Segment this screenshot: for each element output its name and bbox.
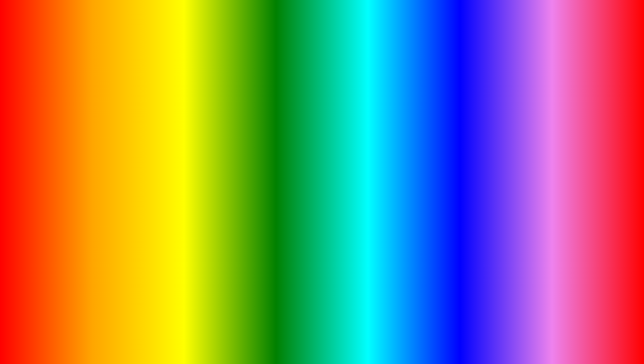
auto-press-w-toggle[interactable] [592,161,604,167]
auto-elite-hunter-row: Auto Elite Hunter [492,126,604,136]
right-sidebar-tab-sea-event[interactable]: 🌊 Tab Sea Event [448,132,488,142]
sea-event-icon: 🌊 [50,134,55,139]
sidebar-item-tab-player[interactable]: 👤 Tab Player [46,142,86,152]
streak-green [568,16,608,35]
sea-beast-section: Sea Beast Auto Kill Sea Beast [492,136,604,148]
right-window-title: Nguyen Tien [451,102,472,106]
left-close-button[interactable]: ✕ [181,102,186,107]
player-icon: 👤 [50,145,55,150]
left-minimize-button[interactable]: — [167,102,171,107]
right-sidebar-label-race: Tab Race V4 [458,125,479,129]
auto-near-mob-label: Auto Near Mob [90,161,117,165]
right-window: Nguyen Tien — □ ✕ ⚙ Tab Stats 🏎 Tab Race… [448,100,608,233]
right-sidebar-tab-race[interactable]: 🏎 Tab Race V4 [448,121,488,132]
right-player-icon: 👤 [451,145,457,150]
azure-icon: 🔥 [15,168,43,182]
teleport-icon: ✈ [50,155,53,160]
left-window-title: Apple Hub By Nguyen Tien [50,102,94,106]
bg-pillar-right2 [528,268,548,361]
left-maximize-button[interactable]: □ [174,102,179,107]
exclaim: !! [415,111,429,134]
tween-mirage-label: Tween To Mirage Island [492,184,535,189]
select-weapon-label: Select Weapon [90,140,117,145]
dungeon-icon: ⚔ [50,176,54,181]
sidebar-label-race: Tab Race V4 [56,125,77,129]
tween-mirage-toggle[interactable] [592,183,604,189]
tween-mirage-row: Tween To Mirage Island [492,181,604,192]
right-sidebar-tab-shop[interactable]: 🛒 Tab Shop [448,183,488,194]
script-text: SCRIPT [332,332,396,352]
right-sidebar-tab-stats[interactable]: ⚙ Tab Stats [448,111,488,121]
auto-press-w-row: Auto Press W [492,159,604,169]
farming-label: Farming [90,126,185,130]
right-devil-fruit-icon: 🍎 [451,165,457,170]
azure-name: AzureEmber [15,184,43,192]
sidebar-label-shop: Tab Shop [57,187,72,191]
right-dungeon-icon: ⚔ [451,176,455,181]
right-sidebar: ⚙ Tab Stats 🏎 Tab Race V4 🌊 Tab Sea Even… [448,109,488,231]
sea-beast-header: Sea Beast [492,139,604,144]
sidebar-item-tab-teleport[interactable]: ✈ Tab Teleport [46,152,86,163]
mirage-island-section: Mirage Island Auto Mirage Island [492,169,604,181]
right-sidebar-tab-player[interactable]: 👤 Tab Player [448,142,488,152]
blox-text: BLX [568,320,601,331]
free-badge: FREE NO KEY !! [334,92,429,140]
left-window-titlebar: Apple Hub By Nguyen Tien — □ ✕ [46,100,189,109]
bg-pillar-right1 [575,244,601,361]
select-weapon-dropdown[interactable]: Melee ∨ [142,139,185,146]
sidebar-item-tab-race[interactable]: 🏎 Tab Race V4 [46,121,86,132]
mastery-farm-label: Mastery Farm [90,170,126,175]
shop-icon: 🛒 [50,186,55,191]
right-sea-event-icon: 🌊 [451,134,457,139]
right-window-body: ⚙ Tab Stats 🏎 Tab Race V4 🌊 Tab Sea Even… [448,109,608,231]
right-sidebar-label-player: Tab Player [459,145,476,149]
right-sidebar-label-sea-event: Tab Sea Event [459,135,483,139]
kitsune-name: KitsuneRibbon [15,134,43,142]
right-teleport-icon: ✈ [451,155,455,160]
right-sidebar-tab-teleport[interactable]: ✈ Tab Teleport [448,152,488,163]
select-weapon-row: Select Weapon Melee ∨ [90,137,185,149]
auto-sea-beast-label: Auto Sea Beast [492,151,520,156]
right-maximize-button[interactable]: □ [592,102,597,107]
sidebar-label-teleport: Tab Teleport [55,156,75,160]
sidebar-item-tab-shop[interactable]: 🛒 Tab Shop [46,183,86,194]
auto-press-w-label: Auto Press W [492,161,517,166]
devil-fruit-icon: 🍎 [50,165,55,170]
right-minimize-button[interactable]: — [585,102,590,107]
auto-farm-level-label: Auto Farm Level [90,151,120,156]
inner-content: BLOX FRUITS FREE NO KEY !! Accessory 🪓 K… [3,3,641,361]
right-sidebar-label-teleport: Tab Teleport [457,156,477,160]
select-weapon-value: Melee [145,141,155,145]
sidebar-item-tab-sea-event[interactable]: 🌊 Tab Sea Event [46,132,86,142]
kitsune-badge: Accessory [15,111,31,115]
auto-farm-level-row: Auto Farm Level [90,149,185,158]
dropdown-chevron-icon: ∨ [180,140,182,145]
azure-card: Material x2 🔥 AzureEmber [13,163,46,194]
right-stats-icon: ⚙ [451,114,455,119]
sidebar-item-tab-stats[interactable]: ⚙ Tab Stats [46,111,86,121]
sidebar-item-tab-devil-fruit[interactable]: 🍎 Tab Devil Fruit [46,163,86,173]
right-sidebar-label-devil-fruit: Tab Devil Fruit [459,166,482,170]
farm-mode-label: Farm Mode [90,184,111,188]
right-sidebar-label-shop: Tab Shop [459,187,474,191]
auto-elite-hunter-toggle[interactable] [592,128,604,134]
right-window-controls: — □ ✕ [585,102,604,107]
kitsune-card: Accessory 🪓 KitsuneRibbon [13,113,46,144]
skull-emblem: 💀 [546,321,566,341]
farm-mode-row: Farm Mode [90,181,185,191]
bg-pillar-left2 [96,268,116,361]
right-close-button[interactable]: ✕ [600,102,604,107]
left-tab-title: Tab Main [90,113,185,122]
right-sidebar-label-stats: Tab Stats [457,114,473,118]
blox-fruits-logo: 💀 BLX FRUITS [546,320,601,341]
right-sidebar-tab-dungeon[interactable]: ⚔ Tab Dungeon [448,173,488,183]
sea-beast-sub: Auto Kill Sea Beast [492,144,604,148]
sidebar-item-tab-dungeon[interactable]: ⚔ Tab Dungeon [46,173,86,183]
farming-sub: Auto Farm Level, Item, Bone,... [90,130,185,134]
right-sidebar-tab-devil-fruit[interactable]: 🍎 Tab Devil Fruit [448,163,488,173]
right-window-titlebar: Nguyen Tien — □ ✕ [448,100,608,109]
auto-sea-beast-toggle[interactable] [592,150,604,156]
left-window-body: ⚙ Tab Stats 🏎 Tab Race V4 🌊 Tab Sea Even… [46,109,189,224]
bottom-text-area: UPD KITSUNE SCRIPT PASTEBIN [155,328,489,355]
streak-blue [588,33,615,43]
